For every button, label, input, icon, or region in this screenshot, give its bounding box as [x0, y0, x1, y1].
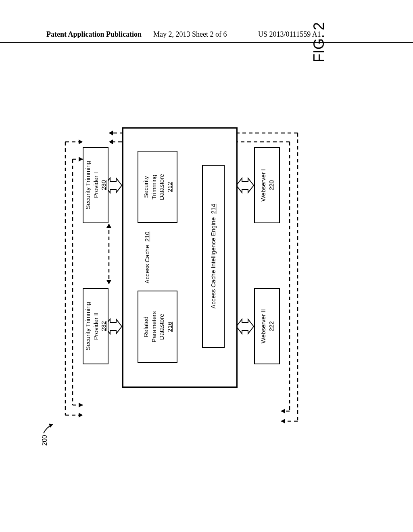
intelligence-engine-box: Access Cache Intelligence Engine 214 [202, 165, 225, 348]
stp1-ref: 230 [100, 180, 107, 190]
web2-ref: 222 [267, 321, 274, 331]
ref-200-arrow-icon [42, 421, 58, 437]
rpd-line2: Parameters [150, 311, 157, 343]
access-cache-ref: 210 [144, 231, 150, 241]
stp2-ref: 232 [100, 321, 107, 331]
diagram: Access Cache 210 Security Trimming Datas… [56, 64, 298, 427]
svg-marker-12 [106, 224, 111, 228]
security-trimming-datastore-box: Security Trimming Datastore 212 [138, 151, 177, 223]
svg-marker-13 [106, 280, 111, 284]
rpd-line1: Related [142, 316, 149, 337]
header-date-sheet: May 2, 2013 Sheet 2 of 6 [153, 30, 227, 39]
header-publication: Patent Application Publication [46, 30, 142, 39]
webserver-2-box: Webserver II 222 [254, 288, 280, 364]
security-trimming-provider-2-box: Security Trimming Provider II 232 [83, 288, 108, 364]
security-trimming-provider-1-box: Security Trimming Provider I 230 [83, 147, 108, 223]
svg-marker-8 [79, 157, 83, 162]
std-line2: Trimming [150, 175, 157, 200]
access-cache-label: Access Cache [144, 245, 150, 284]
svg-marker-21 [109, 139, 113, 144]
web2-label: Webserver II [260, 309, 267, 343]
engine-label: Access Cache Intelligence Engine [210, 217, 217, 309]
webserver-1-box: Webserver I 220 [254, 147, 280, 223]
figure-label: FIG. 2 [311, 22, 327, 62]
stp1-line2: Provider I [92, 172, 99, 198]
stp2-line1: Security Trimming [84, 302, 91, 350]
access-cache-box: Access Cache 210 Security Trimming Datas… [122, 127, 238, 388]
web1-ref: 220 [267, 180, 274, 190]
related-parameters-datastore-box: Related Parameters Datastore 216 [138, 291, 177, 363]
rpd-line3: Datastore [158, 314, 165, 340]
stp1-line1: Security Trimming [84, 161, 91, 209]
svg-marker-0 [49, 424, 53, 428]
web1-label: Webserver I [260, 169, 267, 202]
rpd-ref: 216 [166, 322, 173, 332]
std-ref: 212 [166, 182, 173, 192]
page: Patent Application Publication May 2, 20… [0, 0, 413, 532]
header: Patent Application Publication May 2, 20… [0, 30, 413, 43]
svg-marker-16 [109, 131, 113, 135]
svg-marker-23 [281, 409, 285, 414]
svg-marker-10 [79, 403, 83, 407]
engine-ref: 214 [210, 204, 217, 214]
stp2-line2: Provider II [92, 312, 99, 340]
svg-marker-5 [79, 413, 83, 418]
std-line1: Security [142, 176, 149, 197]
svg-marker-3 [79, 139, 83, 144]
svg-marker-18 [281, 419, 285, 424]
std-line3: Datastore [158, 174, 165, 200]
